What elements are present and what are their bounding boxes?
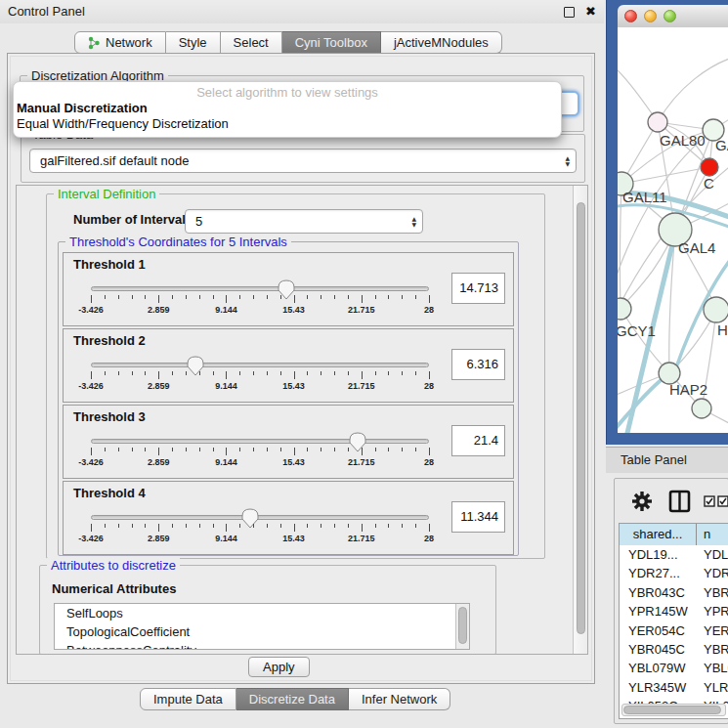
slider-ticks [91, 295, 429, 304]
cell-shared-name: YBR045C [620, 640, 697, 659]
tab-label: Impute Data [153, 689, 223, 710]
table-row[interactable]: YPR145WYPR1 [620, 602, 728, 621]
network-canvas[interactable]: GAL80GACGAL11GAL4GCY1HHAP2 [618, 27, 728, 433]
table-horizontal-scrollbar[interactable] [621, 704, 726, 716]
slider-track[interactable] [91, 363, 429, 367]
network-window-titlebar[interactable] [618, 5, 728, 28]
cell-name: YDR2 [697, 564, 728, 582]
dropdown-option-equal-width-frequency-discretization[interactable]: Equal Width/Frequency Discretization [17, 116, 229, 131]
network-node-label: GCY1 [618, 322, 656, 339]
table-row[interactable]: YLR345WYLR3 [620, 678, 728, 697]
number-of-intervals-combobox[interactable]: 5 ▲▼ [185, 209, 423, 234]
float-window-icon[interactable] [564, 7, 575, 18]
table-row[interactable]: YDL19...YDL1 [620, 545, 728, 564]
apply-button[interactable]: Apply [248, 657, 310, 677]
gear-icon[interactable] [631, 491, 653, 512]
tab-discretize-data[interactable]: Discretize Data [236, 688, 349, 710]
table-row[interactable]: YBR043CYBR0 [620, 583, 728, 602]
network-window: GAL80GACGAL11GAL4GCY1HHAP2 [606, 0, 728, 445]
tab-network[interactable]: Network [74, 31, 166, 54]
combo-stepper-icon: ▲▼ [565, 155, 570, 167]
cell-shared-name: YDR27... [620, 564, 697, 582]
network-edge[interactable] [620, 184, 621, 309]
network-node-unlabeled[interactable] [692, 399, 711, 418]
algorithm-dropdown-popup: Select algorithm to view settings Manual… [13, 81, 562, 138]
table-data-combobox[interactable]: galFiltered.sif default node ▲▼ [29, 149, 577, 173]
cell-name: YPR1 [697, 602, 728, 621]
slider-tick-labels: -3.4262.8599.14415.4321.71528 [91, 381, 429, 392]
tab-label: Network [106, 32, 152, 54]
table-row[interactable]: YER054CYER0 [620, 621, 728, 640]
minimize-traffic-light-icon[interactable] [644, 10, 657, 22]
table-row[interactable]: YBR045CYBR0 [620, 640, 728, 659]
tab-cyni-toolbox[interactable]: Cyni Toolbox [282, 31, 381, 54]
panel-title: Control Panel [8, 0, 85, 23]
dropdown-option-manual-discretization[interactable]: Manual Discretization [17, 101, 148, 115]
network-node-c[interactable] [701, 158, 718, 176]
threshold-value-field[interactable]: 14.713 [451, 273, 505, 304]
tab-style[interactable]: Style [166, 31, 221, 54]
thresholds-group: Threshold's Coordinates for 5 Intervals … [58, 241, 519, 556]
split-table-icon[interactable] [668, 490, 691, 513]
bottom-tab-bar: Impute DataDiscretize DataInfer Network [140, 688, 450, 710]
tab-impute-data[interactable]: Impute Data [140, 688, 236, 710]
top-tab-bar: NetworkStyleSelectCyni ToolboxjActiveMNo… [74, 31, 502, 54]
close-traffic-light-icon[interactable] [624, 10, 637, 22]
threshold-panel-3: Threshold 3-3.4262.8599.14415.4321.71528… [63, 405, 514, 479]
control-panel: Control Panel ✖ NetworkStyleSelectCyni T… [0, 0, 604, 728]
cell-shared-name: YLR345W [620, 678, 697, 697]
threshold-value-field[interactable]: 21.4 [451, 425, 505, 456]
attributes-scrollbar-thumb[interactable] [458, 607, 467, 644]
cell-name: YIL0 [697, 697, 728, 704]
threshold-value-field[interactable]: 11.344 [451, 501, 505, 533]
attributes-scrollbar[interactable] [455, 604, 469, 649]
threshold-label: Threshold 2 [73, 333, 146, 348]
tab-label: Discretize Data [249, 689, 335, 710]
slider-ticks [91, 524, 429, 533]
table-scrollbar-thumb[interactable] [623, 706, 721, 714]
network-node-gcy1[interactable] [618, 298, 631, 320]
slider-tick-labels: -3.4262.8599.14415.4321.71528 [91, 305, 429, 316]
attribute-list-item[interactable]: BetweennessCentrality [55, 641, 469, 650]
checkbox-checked-icon[interactable] [704, 495, 715, 507]
settings-scrollbar-thumb[interactable] [577, 202, 585, 634]
attributes-group: Attributes to discretize Numerical Attri… [39, 565, 496, 655]
attribute-list-item[interactable]: SelfLoops [55, 604, 469, 622]
column-header-shared[interactable]: shared... [620, 524, 697, 545]
cell-name: YBL0 [697, 659, 728, 677]
attribute-list-item[interactable]: TopologicalCoefficient [55, 622, 469, 641]
slider-track[interactable] [91, 515, 429, 520]
slider-track[interactable] [91, 439, 429, 444]
tab-infer-network[interactable]: Infer Network [349, 688, 450, 710]
interval-definition-title: Interval Definition [54, 187, 159, 201]
column-header-name[interactable]: n [697, 524, 728, 545]
checkbox-checked-icon[interactable] [717, 495, 728, 507]
tab-select[interactable]: Select [221, 31, 282, 54]
settings-vertical-scrollbar[interactable] [573, 186, 587, 654]
number-of-intervals-label: Number of Intervals [73, 212, 193, 227]
table-row[interactable]: YIL052CYIL0 [620, 697, 728, 704]
network-edge[interactable] [658, 57, 728, 122]
network-icon [88, 36, 101, 50]
network-node-label: HAP2 [669, 381, 707, 398]
cell-name: YLR3 [697, 678, 728, 697]
network-node-h[interactable] [704, 297, 728, 322]
threshold-label: Threshold 3 [73, 409, 146, 424]
slider-ticks [91, 448, 429, 456]
slider-track[interactable] [91, 286, 429, 291]
network-node-gal80[interactable] [648, 112, 667, 132]
zoom-traffic-light-icon[interactable] [664, 10, 676, 22]
tab-label: Infer Network [362, 689, 437, 710]
control-panel-titlebar: Control Panel ✖ [0, 0, 604, 23]
threshold-value-field[interactable]: 6.316 [451, 349, 505, 380]
table-panel-title: Table Panel [621, 448, 687, 473]
table-panel-body: shared... n YDL19...YDL1YDR27...YDR2YBR0… [614, 478, 728, 724]
table-panel-header: Table Panel [606, 447, 728, 473]
tab-jactivemnodules[interactable]: jActiveMNodules [381, 31, 502, 54]
screen: Control Panel ✖ NetworkStyleSelectCyni T… [0, 0, 728, 728]
table-row[interactable]: YBL079WYBL0 [620, 659, 728, 677]
table-row[interactable]: YDR27...YDR2 [620, 564, 728, 582]
cell-name: YBR0 [697, 583, 728, 602]
close-icon[interactable]: ✖ [585, 3, 596, 21]
tab-label: Select [234, 32, 269, 54]
